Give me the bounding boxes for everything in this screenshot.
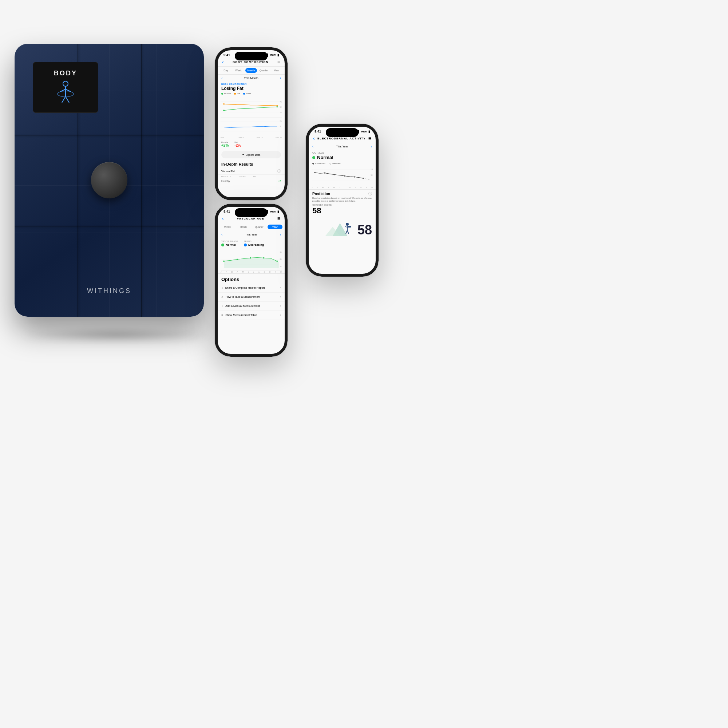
lbl3-j: J bbox=[312, 187, 313, 188]
phone-body-composition: 9:41 ▌▌▌ WiFi ▮ ‹ BODY COMPOSITION ≡ Day… bbox=[215, 47, 288, 200]
lbl3-a2: A bbox=[349, 187, 350, 188]
tab-year[interactable]: Year bbox=[271, 68, 283, 73]
phone-vascular-age: 9:41 ▌▌▌ WiFi ▮ ‹ VASCULAR AGE ≡ Week Mo… bbox=[215, 204, 288, 357]
period-prev-2[interactable]: ‹ bbox=[221, 232, 222, 237]
label-mon8: Mon 8 bbox=[239, 136, 244, 139]
label-mon22: Mon 22 bbox=[275, 136, 282, 139]
stat-fat-value: -2% bbox=[234, 144, 241, 147]
oct-score-value: 58 bbox=[312, 206, 372, 216]
svg-rect-48 bbox=[348, 226, 351, 228]
tab2-week[interactable]: Week bbox=[220, 225, 235, 229]
lbl-j3: J bbox=[253, 271, 254, 273]
tab-quarter[interactable]: Quarter bbox=[258, 68, 270, 73]
results-header: RESULTS TREND RE... bbox=[218, 175, 284, 178]
option-show-table[interactable]: ≡ Show Measurement Table › bbox=[218, 311, 284, 320]
svg-point-0 bbox=[63, 81, 68, 86]
option-table-text: Show Measurement Table bbox=[225, 314, 257, 317]
lbl3-n: N bbox=[366, 187, 367, 188]
nav-title-2: VASCULAR AGE bbox=[237, 217, 264, 220]
option-table-arrow: › bbox=[280, 314, 281, 317]
option-add-text: Add a Manual Measurement bbox=[225, 304, 260, 307]
nav-menu-3[interactable]: ≡ bbox=[369, 135, 371, 141]
period-next-3[interactable]: › bbox=[371, 145, 372, 148]
svg-point-22 bbox=[237, 259, 238, 260]
period-next-1[interactable]: › bbox=[280, 76, 281, 80]
nav-back-2[interactable]: ‹ bbox=[222, 216, 224, 221]
result-row: Healthy ↓ 2 bbox=[218, 178, 284, 184]
explore-label: Explore Data bbox=[246, 154, 260, 156]
svg-text:50: 50 bbox=[280, 106, 282, 108]
svg-point-42 bbox=[346, 223, 349, 226]
nav-title-3: ELECTRODERMAL ACTIVITY bbox=[317, 137, 366, 140]
tab2-month[interactable]: Month bbox=[236, 225, 251, 229]
legend-muscle: Muscle bbox=[221, 92, 231, 95]
battery-icon: ▮ bbox=[277, 54, 279, 57]
option-how-icon: ○ bbox=[221, 295, 223, 299]
tab-week[interactable]: Week bbox=[232, 68, 245, 73]
option-how-text: How to Take a Measurement bbox=[225, 295, 260, 298]
phone-screen-3: 9:41 ▌▌▌ WiFi ▮ ‹ ELECTRODERMAL ACTIVITY… bbox=[309, 127, 376, 274]
svg-text:36: 36 bbox=[280, 252, 282, 253]
tab-month[interactable]: Month bbox=[245, 68, 257, 73]
stat-muscle: Muscle +2% bbox=[221, 141, 229, 147]
result-label: Healthy bbox=[221, 180, 230, 182]
lbl3-s: S bbox=[355, 187, 356, 188]
vascular-age-value: Normal bbox=[226, 243, 236, 246]
in-depth-item-visceral[interactable]: Visceral Fat i bbox=[218, 168, 284, 175]
tab-day[interactable]: Day bbox=[220, 68, 232, 73]
svg-text:35: 35 bbox=[280, 258, 282, 260]
phone-electrodermal: 9:41 ▌▌▌ WiFi ▮ ‹ ELECTRODERMAL ACTIVITY… bbox=[306, 124, 379, 277]
scale-display-label: BODY bbox=[54, 70, 77, 77]
big-score-container: 58 bbox=[309, 218, 376, 240]
option-add-manual-left: + Add a Manual Measurement bbox=[221, 304, 260, 308]
vascular-age-value-row: Normal bbox=[221, 243, 238, 246]
illustration-mountain bbox=[326, 218, 355, 238]
trend-label: TREND bbox=[244, 240, 264, 242]
tab-bar-2: Week Month Quarter Year bbox=[218, 223, 284, 231]
tab2-year[interactable]: Year bbox=[268, 225, 283, 229]
nav-menu-2[interactable]: ≡ bbox=[277, 216, 280, 221]
lbl3-o: O bbox=[360, 187, 362, 188]
svg-point-23 bbox=[250, 257, 251, 259]
result-value: ↓ 2 bbox=[278, 180, 281, 182]
lbl-a: A bbox=[237, 271, 238, 273]
scale-device: BODY WITHINGS bbox=[15, 44, 219, 335]
legend-1: Muscle Fat Bone bbox=[218, 92, 284, 96]
prediction-header: Prediction i bbox=[312, 192, 372, 196]
option-health-report[interactable]: ♪ Share a Complete Health Report › bbox=[218, 284, 284, 293]
legend-predicted: Predicted bbox=[329, 162, 341, 165]
svg-text:5: 5 bbox=[280, 125, 281, 127]
explore-data-btn[interactable]: ✦ Explore Data bbox=[221, 151, 281, 158]
period-prev-1[interactable]: ‹ bbox=[221, 76, 222, 80]
nav-back-3[interactable]: ‹ bbox=[313, 135, 315, 141]
lbl-o: O bbox=[269, 271, 271, 273]
trend-stat: TREND Decreasing bbox=[244, 240, 264, 246]
lbl-d: D bbox=[280, 271, 282, 273]
nav-menu-1[interactable]: ≡ bbox=[277, 59, 280, 65]
trend-value: Decreasing bbox=[248, 243, 264, 246]
option-share-text: Share a Complete Health Report bbox=[225, 286, 265, 289]
lbl-s: S bbox=[264, 271, 265, 273]
period-prev-3[interactable]: ‹ bbox=[312, 145, 314, 148]
tab2-quarter[interactable]: Quarter bbox=[252, 225, 267, 229]
period-next-2[interactable]: › bbox=[280, 232, 281, 237]
stat-fat: Fat -2% bbox=[234, 141, 241, 147]
option-add-manual[interactable]: + Add a Manual Measurement › bbox=[218, 302, 284, 311]
option-share-icon: ♪ bbox=[221, 286, 223, 290]
nav-back-1[interactable]: ‹ bbox=[222, 59, 224, 65]
prediction-info-icon: i bbox=[369, 192, 372, 196]
col-results: RESULTS bbox=[221, 176, 231, 177]
trend-value-row: Decreasing bbox=[244, 243, 264, 246]
legend-predicted-label: Predicted bbox=[332, 162, 341, 165]
svg-point-9 bbox=[276, 105, 278, 107]
trend-dot-blue bbox=[244, 243, 247, 246]
lbl3-j2: J bbox=[339, 187, 340, 188]
period-label-3: This Year bbox=[336, 145, 348, 148]
chart-electrodermal: 100 50 bbox=[312, 166, 373, 186]
option-how-to[interactable]: ○ How to Take a Measurement › bbox=[218, 293, 284, 302]
x-axis-labels-3: J F M A M J J A S O N D bbox=[309, 186, 376, 189]
tab-bar-1: Day Week Month Quarter Year bbox=[218, 67, 284, 75]
lbl3-m2: M bbox=[333, 187, 335, 188]
chart-vascular: 36 35 34 bbox=[220, 249, 282, 271]
svg-text:100: 100 bbox=[371, 168, 373, 170]
